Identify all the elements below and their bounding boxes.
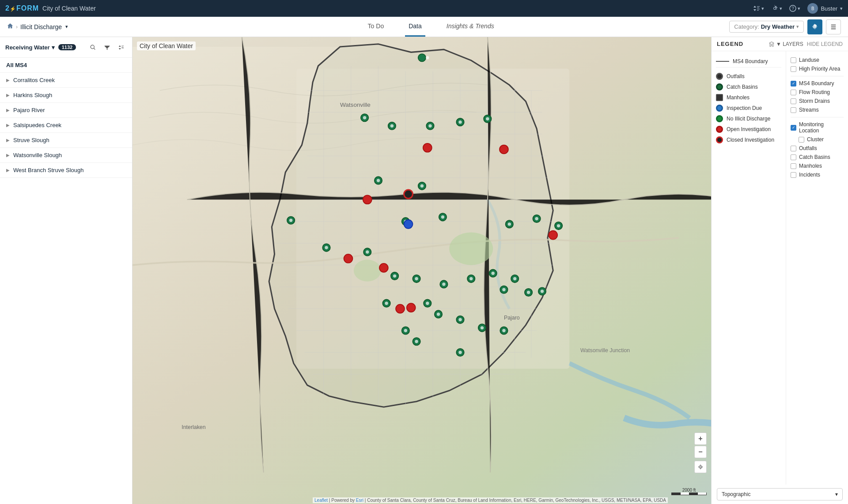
sidebar-item-all-ms4[interactable]: All MS4 [0, 58, 132, 73]
expand-icon: ▶ [6, 78, 10, 83]
monitoring-location-checkbox[interactable] [791, 125, 796, 131]
svg-point-75 [404, 329, 407, 332]
basemap-dropdown[interactable]: Topographic ▾ [717, 488, 843, 500]
zoom-out-button[interactable]: − [694, 446, 707, 458]
svg-point-68 [541, 290, 544, 293]
no-illicit-symbol [716, 115, 723, 122]
layer-item-flow-routing: Flow Routing [791, 88, 844, 97]
sidebar-count: 1132 [58, 44, 76, 50]
manholes-layer-checkbox[interactable] [791, 163, 796, 169]
manholes-layer-label: Manholes [799, 163, 822, 169]
scale-line [671, 493, 707, 495]
layer-item-cluster: Cluster [799, 135, 844, 144]
map-area[interactable]: City of Clean Water Modified: 5/9/22, 12… [132, 37, 848, 504]
streams-checkbox[interactable] [791, 107, 796, 113]
catch-basins-layer-label: Catch Basins [799, 154, 830, 160]
landuse-checkbox[interactable] [791, 57, 796, 63]
svg-point-66 [502, 288, 505, 291]
closed-investigation-symbol [716, 136, 723, 143]
catch-basins-layer-checkbox[interactable] [791, 154, 796, 160]
flow-routing-checkbox[interactable] [791, 90, 796, 95]
map-marker-red[interactable] [396, 305, 405, 313]
cluster-checkbox[interactable] [799, 137, 804, 143]
sidebar-item-struve-slough[interactable]: ▶ Struve Slough [0, 133, 132, 148]
incidents-layer-checkbox[interactable] [791, 172, 796, 178]
legend-item-catch-basins: Catch Basins [716, 82, 781, 92]
location-button[interactable] [807, 19, 822, 34]
sidebar-item-watsonville-slough[interactable]: ▶ Watsonville Slough [0, 148, 132, 163]
map-marker-red[interactable] [363, 195, 372, 204]
storm-drains-checkbox[interactable] [791, 98, 796, 104]
leaflet-link[interactable]: Leaflet [314, 498, 328, 503]
tab-data[interactable]: Data [405, 17, 425, 37]
hide-legend-button[interactable]: HIDE LEGEND [807, 41, 843, 47]
svg-point-55 [508, 222, 511, 226]
sidebar-item-salsipuedes-creek[interactable]: ▶ Salsipuedes Creek [0, 118, 132, 133]
sort-nav-button[interactable]: ▾ [753, 5, 764, 12]
map-marker-red[interactable] [549, 231, 557, 240]
sidebar-item-pajaro-river[interactable]: ▶ Pajaro River [0, 103, 132, 118]
legend-item-open-investigation: Open Investigation [716, 124, 781, 135]
breadcrumb-home-button[interactable] [7, 23, 13, 30]
sidebar-search-button[interactable] [87, 41, 98, 53]
ms4-boundary-checkbox[interactable] [791, 81, 796, 87]
flow-routing-label: Flow Routing [799, 89, 830, 95]
map-marker-red[interactable] [500, 145, 508, 154]
svg-point-72 [458, 318, 462, 321]
outfalls-layer-checkbox[interactable] [791, 146, 796, 151]
breadcrumb-module: Illicit Discharge [20, 23, 62, 30]
streams-label: Streams [799, 107, 819, 113]
svg-point-50 [377, 179, 380, 182]
settings-nav-button[interactable]: ▾ [771, 5, 782, 12]
map-marker-red[interactable] [344, 254, 353, 263]
map-marker-blue[interactable] [404, 220, 413, 229]
left-sidebar: Receiving Water ▾ 1132 All MS4 [0, 37, 132, 504]
inspection-due-symbol [716, 105, 723, 112]
esri-link[interactable]: Esri [356, 498, 363, 503]
sidebar-item-west-branch-struve[interactable]: ▶ West Branch Struve Slough [0, 163, 132, 178]
user-name: Buster [821, 5, 837, 12]
legend-ms4-boundary: MS4 Boundary [716, 56, 781, 68]
map-marker-red[interactable] [407, 303, 416, 312]
layers-toggle-button[interactable]: ▼ LAYERS [769, 41, 803, 47]
navigation-tabs: To Do Data Insights & Trends [132, 17, 729, 37]
svg-point-51 [420, 184, 424, 188]
zoom-in-button[interactable]: + [694, 433, 707, 445]
svg-point-67 [527, 291, 530, 294]
catch-basins-symbol [716, 83, 723, 90]
map-marker-red[interactable] [423, 143, 432, 152]
svg-point-49 [486, 117, 489, 120]
svg-point-60 [393, 275, 396, 278]
svg-point-54 [441, 215, 444, 218]
receiving-water-dropdown[interactable]: Receiving Water ▾ [5, 44, 55, 51]
map-attribution: Leaflet | Powered by Esri | County of Sa… [313, 497, 668, 503]
category-dropdown[interactable]: Category: Dry Weather ▾ [729, 21, 804, 33]
outfalls-symbol [716, 73, 723, 80]
sidebar-sort-button[interactable] [115, 41, 127, 53]
help-nav-button[interactable]: ? ▾ [789, 5, 800, 12]
tab-insights[interactable]: Insights & Trends [443, 17, 498, 37]
map-marker-red[interactable] [379, 263, 388, 272]
sidebar-item-corralitos-creek[interactable]: ▶ Corralitos Creek [0, 73, 132, 88]
category-value: Dry Weather [761, 23, 795, 30]
user-menu-button[interactable]: B Buster ▾ [807, 3, 843, 14]
high-priority-checkbox[interactable] [791, 66, 796, 72]
layer-item-monitoring: Monitoring Location [791, 120, 844, 135]
legend-title: LEGEND [717, 41, 743, 47]
svg-point-5 [91, 45, 94, 49]
tab-todo[interactable]: To Do [364, 17, 388, 37]
cluster-label: Cluster [807, 136, 824, 143]
attribution-text: | Powered by [329, 498, 356, 503]
legend-item-closed-investigation: Closed Investigation [716, 135, 781, 145]
sidebar-filter-button[interactable] [101, 41, 113, 53]
layer-item-landuse: Landuse [791, 56, 844, 64]
map-marker-dark-red[interactable] [404, 190, 413, 199]
layer-item-high-priority: High Priority Area [791, 64, 844, 73]
svg-point-44 [426, 56, 429, 59]
sidebar-item-harkins-slough[interactable]: ▶ Harkins Slough [0, 88, 132, 103]
map-marker[interactable] [418, 54, 426, 61]
locate-button[interactable] [694, 461, 707, 473]
module-dropdown-button[interactable]: ▾ [65, 24, 68, 30]
storm-drains-label: Storm Drains [799, 98, 830, 104]
more-options-button[interactable] [826, 19, 841, 34]
